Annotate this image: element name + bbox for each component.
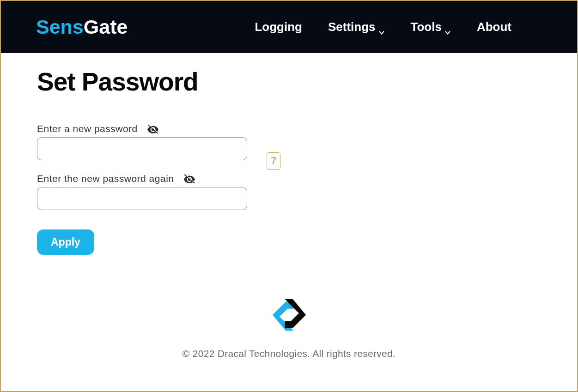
apply-button[interactable]: Apply (37, 229, 94, 255)
footer-copyright: © 2022 Dracal Technologies. All rights r… (1, 348, 577, 359)
content: Set Password Enter a new password Enter … (1, 53, 577, 269)
password-confirm-input[interactable] (37, 187, 247, 210)
eye-slash-icon[interactable] (147, 124, 159, 134)
logo[interactable]: SensGate (36, 16, 128, 38)
annotation-badge: 7 (267, 152, 280, 170)
nav-tools-label: Tools (411, 20, 442, 34)
logo-part2: Gate (84, 16, 128, 38)
chevron-down-icon (444, 25, 451, 31)
nav-links: Logging Settings Tools About (255, 20, 542, 34)
navbar: SensGate Logging Settings Tools About (1, 1, 577, 53)
password-confirm-label-row: Enter the new password again (37, 173, 541, 184)
nav-tools[interactable]: Tools (411, 20, 451, 34)
password-confirm-group: Enter the new password again (37, 173, 541, 210)
annotation-value: 7 (271, 155, 276, 167)
chevron-down-icon (378, 25, 385, 31)
logo-part1: Sens (36, 16, 84, 38)
nav-about[interactable]: About (477, 20, 511, 34)
password-confirm-label: Enter the new password again (37, 173, 174, 184)
nav-settings[interactable]: Settings (328, 20, 385, 34)
password-label-row: Enter a new password (37, 123, 541, 134)
eye-slash-icon[interactable] (183, 174, 195, 184)
nav-about-label: About (477, 20, 511, 34)
footer: © 2022 Dracal Technologies. All rights r… (1, 295, 577, 359)
nav-logging-label: Logging (255, 20, 302, 34)
nav-logging[interactable]: Logging (255, 20, 302, 34)
password-label: Enter a new password (37, 123, 138, 134)
nav-settings-label: Settings (328, 20, 376, 34)
password-group: Enter a new password (37, 123, 541, 160)
page-title: Set Password (37, 67, 541, 96)
password-input[interactable] (37, 137, 247, 160)
footer-logo-icon (263, 295, 316, 337)
